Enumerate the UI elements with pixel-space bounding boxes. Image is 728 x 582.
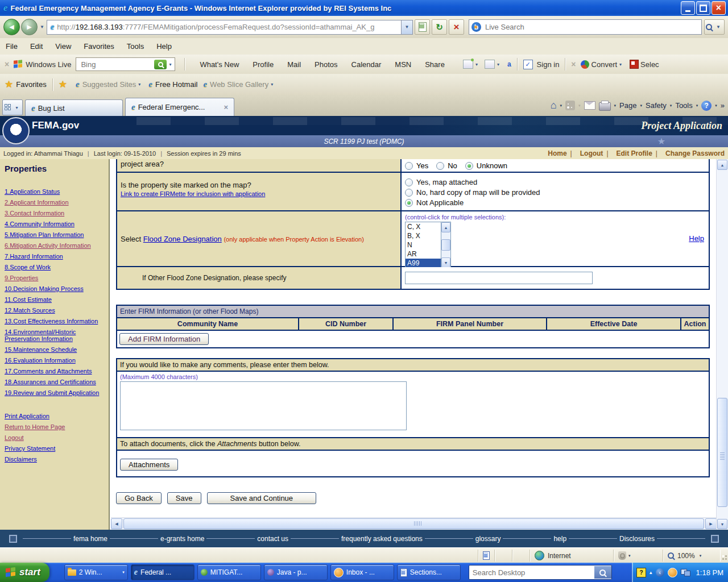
share-dropdown-icon[interactable]: ▾ <box>475 62 478 67</box>
language-tray-icon[interactable]: ‹ <box>656 568 664 577</box>
footer-help[interactable]: help <box>553 535 566 543</box>
tray-expand-icon[interactable]: ▴ <box>650 569 652 575</box>
home-icon[interactable]: ⌂ <box>551 99 557 111</box>
protected-mode-panel[interactable]: ▾ <box>614 550 663 562</box>
live-link-msn[interactable]: MSN <box>395 60 411 69</box>
change-password-link[interactable]: Change Password <box>665 149 725 157</box>
start-button[interactable]: start <box>0 563 49 582</box>
footer-faq[interactable]: frequently asked questions <box>341 535 423 543</box>
tools-dropdown-icon[interactable]: ▾ <box>696 103 698 108</box>
quick-tabs-button[interactable]: ▾ <box>2 99 23 115</box>
suggested-sites-link[interactable]: Suggested Sites <box>82 80 136 89</box>
radio-not-applicable[interactable] <box>405 199 413 207</box>
refresh-button[interactable]: ↻ <box>432 19 447 35</box>
zoom-panel[interactable]: 100% ▾ <box>663 550 720 562</box>
flood-zone-listbox[interactable]: C, X B, X N AR A99 <box>405 222 441 268</box>
sidebar-item-hazard-information[interactable]: 7.Hazard Information <box>5 253 106 260</box>
live-search-input[interactable] <box>484 22 699 32</box>
tab-federal-emergency[interactable]: e Federal Emergenc... × <box>125 98 234 116</box>
sidebar-item-applicant-information[interactable]: 2.Applicant Information <box>5 199 106 206</box>
resize-grip[interactable] <box>720 550 728 562</box>
safety-menu[interactable]: Safety <box>646 101 667 110</box>
convert-toolbar-close-icon[interactable]: × <box>571 60 576 69</box>
sidebar-item-evaluation-information[interactable]: 16.Evaluation Information <box>5 357 106 364</box>
listbox-scrollbar[interactable]: ▲ ▼ <box>441 222 451 268</box>
menu-edit[interactable]: Edit <box>30 42 43 51</box>
help-dropdown-icon[interactable]: ▾ <box>715 103 717 108</box>
sidebar-logout[interactable]: Logout <box>5 434 106 441</box>
scrollbar-thumb[interactable] <box>123 518 704 529</box>
read-mail-icon[interactable] <box>584 101 595 110</box>
help-icon[interactable]: ? <box>701 101 712 111</box>
toolbar-close-icon[interactable]: × <box>5 60 9 69</box>
bing-dropdown-icon[interactable]: ▾ <box>169 62 171 67</box>
menu-favorites[interactable]: Favorites <box>84 42 114 51</box>
sidebar-item-cost-estimate[interactable]: 11.Cost Estimate <box>5 296 106 303</box>
taskbar-button-inbox[interactable]: Inbox - ... <box>330 564 394 580</box>
menu-view[interactable]: View <box>55 42 71 51</box>
web-slice-dropdown-icon[interactable]: ▾ <box>271 82 273 87</box>
help-link[interactable]: Help <box>689 234 704 243</box>
stop-button[interactable]: × <box>449 19 464 35</box>
sidebar-item-cost-effectiveness[interactable]: 13.Cost Effectiveness Information <box>5 318 106 325</box>
footer-disclosures[interactable]: Disclosures <box>619 535 655 543</box>
menu-help[interactable]: Help <box>156 42 172 51</box>
sidebar-privacy-statement[interactable]: Privacy Statement <box>5 445 106 452</box>
taskbar-button-federal[interactable]: e Federal ... <box>131 564 195 580</box>
live-link-share[interactable]: Share <box>425 60 445 69</box>
feeds-dropdown-icon[interactable]: ▾ <box>497 62 499 67</box>
radio-no-hard-copy[interactable] <box>405 189 413 197</box>
attachments-button[interactable]: Attachments <box>120 459 178 471</box>
search-desktop-input[interactable] <box>469 568 594 577</box>
save-and-continue-button[interactable]: Save and Continue <box>207 492 317 504</box>
shield-dropdown-icon[interactable]: ▾ <box>628 554 631 558</box>
footer-contact-us[interactable]: contact us <box>257 535 288 543</box>
web-slice-link[interactable]: Web Slice Gallery <box>210 80 268 89</box>
feeds-grid-icon[interactable] <box>485 60 495 69</box>
bing-go-button[interactable] <box>154 60 167 69</box>
add-firm-information-button[interactable]: Add FIRM Information <box>119 333 209 345</box>
scroll-down-icon[interactable]: ▼ <box>441 257 450 268</box>
url-dropdown-icon[interactable]: ▼ <box>402 20 413 35</box>
zoom-dropdown-icon[interactable]: ▾ <box>700 554 702 558</box>
compatibility-view-icon[interactable] <box>415 19 430 35</box>
scroll-left-icon[interactable]: ◀ <box>111 518 122 529</box>
footer-egrants-home[interactable]: e-grants home <box>160 535 204 543</box>
suggested-sites-dropdown-icon[interactable]: ▾ <box>138 82 140 87</box>
network-tray-icon[interactable] <box>681 569 690 576</box>
go-back-button[interactable]: Go Back <box>116 492 162 504</box>
translate-icon[interactable]: a <box>507 60 511 68</box>
page-dropdown-icon[interactable]: ▾ <box>640 103 642 108</box>
sidebar-item-mitigation-activity[interactable]: 6.Mitigation Activity Information <box>5 242 106 249</box>
history-dropdown-icon[interactable]: ▼ <box>40 24 44 30</box>
taskbar-button-java[interactable]: Java - p... <box>264 564 328 580</box>
sidebar-item-contact-information[interactable]: 3.Contact Information <box>5 210 106 217</box>
safety-dropdown-icon[interactable]: ▾ <box>670 103 672 108</box>
scroll-down-icon[interactable]: ▼ <box>717 519 727 529</box>
listbox-option-selected[interactable]: A99 <box>406 259 441 268</box>
radio-yes-map-attached[interactable] <box>405 178 413 186</box>
close-button[interactable]: × <box>712 1 726 15</box>
search-desktop-button[interactable] <box>594 566 611 579</box>
bing-search-input[interactable] <box>80 60 154 69</box>
windows-live-label[interactable]: Windows Live <box>26 60 71 69</box>
taskbar-button-sections[interactable]: Sections... <box>397 564 461 580</box>
sidebar-item-application-status[interactable]: 1.Application Status <box>5 188 106 195</box>
live-link-calendar[interactable]: Calendar <box>351 60 382 69</box>
home-dropdown-icon[interactable]: ▾ <box>560 103 562 108</box>
select-button[interactable]: Selec <box>640 60 659 69</box>
menu-file[interactable]: File <box>6 42 18 51</box>
other-flood-zone-input[interactable] <box>405 272 593 284</box>
live-link-mail[interactable]: Mail <box>287 60 301 69</box>
radio-yes[interactable] <box>405 162 413 170</box>
sidebar-disclaimers[interactable]: Disclaimers <box>5 456 106 463</box>
listbox-option[interactable]: C, X <box>406 222 441 231</box>
scrollbar-thumb[interactable] <box>717 398 727 507</box>
footer-glossary[interactable]: glossary <box>475 535 501 543</box>
flood-zone-designation-link[interactable]: Flood Zone Designation <box>143 235 222 243</box>
sign-in-link[interactable]: Sign in <box>537 60 560 69</box>
sidebar-return-home[interactable]: Return to Home Page <box>5 423 106 430</box>
live-link-profile[interactable]: Profile <box>253 60 274 69</box>
sidebar-item-comments-attachments[interactable]: 17.Comments and Attachments <box>5 368 106 375</box>
vertical-scrollbar[interactable]: ▲ ▼ <box>716 159 728 530</box>
